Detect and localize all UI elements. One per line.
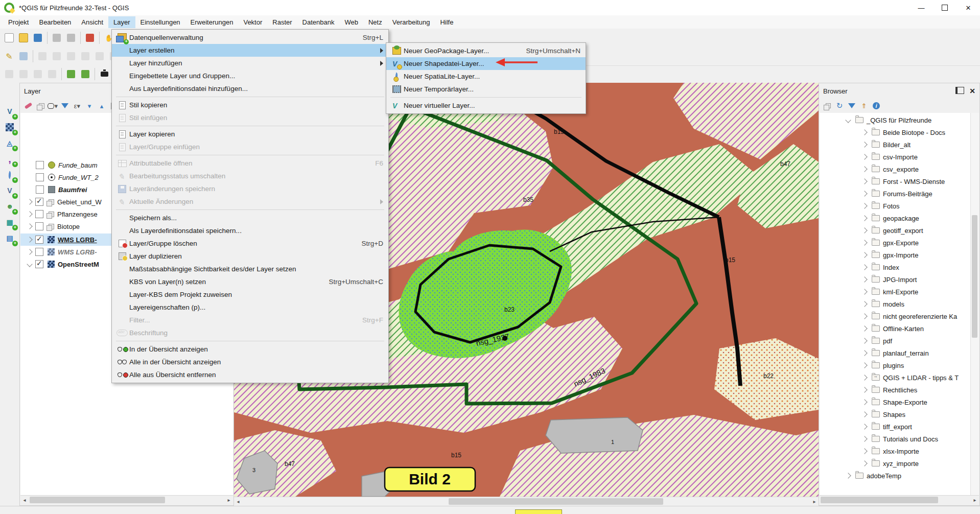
browser-row[interactable]: Beide Biotope - Docs — [820, 126, 963, 138]
menu-layer[interactable]: Layer — [108, 16, 135, 28]
add-group-icon[interactable] — [35, 101, 45, 111]
menuitem-aus-layerdefinitionsdatei[interactable]: Aus Layerdefinitionsdatei hinzufügen... — [112, 82, 388, 95]
browser-row[interactable]: kml-Exporte — [820, 286, 963, 298]
layers-panel-hscrollbar[interactable]: ◂ ▸ — [20, 495, 233, 505]
add-virtual-layer-icon[interactable]: V — [3, 184, 16, 197]
collapse-all-icon[interactable]: ⇑ — [859, 101, 869, 111]
browser-row[interactable]: Bilder_alt — [820, 138, 963, 151]
menuitem-stil-kopieren[interactable]: Stil kopieren — [112, 99, 388, 111]
close-panel-icon[interactable]: ✕ — [969, 87, 975, 95]
browser-row[interactable]: geotiff_export — [820, 224, 963, 237]
add-spatialite-layer-icon[interactable] — [3, 168, 16, 181]
menu-bearbeiten[interactable]: Bearbeiten — [34, 16, 76, 28]
menuitem-layer-kopieren[interactable]: Layer kopieren — [112, 128, 388, 141]
menuitem-alle-in-uebersicht-anzeigen[interactable]: Alle in der Übersicht anzeigen — [112, 356, 388, 368]
scroll-right-arrow[interactable]: ▸ — [226, 497, 232, 503]
layer-styling-icon[interactable] — [23, 101, 33, 111]
expander-icon[interactable] — [27, 223, 32, 229]
menuitem-layereigenschaften[interactable]: Layereigenschaften (p)... — [112, 301, 388, 314]
expander-icon[interactable] — [861, 424, 867, 429]
map-hscrollbar[interactable]: ◂ ▸ — [234, 497, 819, 506]
digitize-polygon-icon[interactable] — [64, 50, 78, 63]
menu-verarbeitung[interactable]: Verarbeitung — [387, 16, 435, 28]
expander-icon[interactable] — [861, 411, 867, 417]
layer-checkbox[interactable] — [35, 236, 43, 244]
browser-row[interactable]: Forums-Beiträge — [820, 188, 963, 200]
browser-row[interactable]: planlauf_terrain — [820, 347, 963, 359]
vertex-edit-icon-2[interactable] — [17, 67, 30, 81]
layer-checkbox[interactable] — [35, 210, 43, 218]
expander-icon[interactable] — [861, 387, 867, 392]
filter-expression-icon[interactable]: ε▾ — [72, 101, 82, 111]
expander-icon[interactable] — [861, 399, 867, 405]
expander-icon[interactable] — [861, 129, 867, 135]
minimize-button[interactable]: — — [909, 0, 933, 15]
import-photos-icon[interactable] — [98, 67, 111, 81]
expander-icon[interactable] — [861, 362, 867, 368]
expander-icon[interactable] — [861, 215, 867, 221]
close-button[interactable]: ✕ — [956, 0, 980, 15]
add-wfs-layer-icon[interactable]: ▤ — [3, 231, 16, 245]
manage-themes-icon[interactable]: ▾ — [48, 101, 58, 111]
vertex-edit-icon-4[interactable] — [45, 67, 59, 81]
filter-legend-icon[interactable] — [60, 101, 70, 111]
menu-web[interactable]: Web — [339, 16, 363, 28]
browser-vscrollbar[interactable] — [970, 113, 979, 495]
browser-row[interactable]: Offline-Karten — [820, 322, 963, 335]
browser-row[interactable]: QGIS + LIDAR - tipps & T — [820, 371, 963, 384]
menuitem-alle-aus-uebersicht-entfernen[interactable]: Alle aus Übersicht entfernen — [112, 368, 388, 381]
expander-icon[interactable] — [861, 325, 867, 331]
properties-info-icon[interactable] — [871, 101, 881, 111]
expander-icon[interactable] — [861, 252, 867, 258]
browser-row[interactable]: Tutorials und Docs — [820, 433, 963, 445]
browser-row[interactable]: Index — [820, 261, 963, 273]
menuitem-eingebettete-layer[interactable]: Eingebettete Layer und Gruppen... — [112, 69, 388, 82]
expander-icon[interactable] — [861, 338, 867, 343]
browser-row[interactable]: models — [820, 298, 963, 310]
style-manager-icon[interactable] — [83, 31, 97, 44]
menuitem-layer-duplizieren[interactable]: Layer duplizieren — [112, 250, 388, 263]
menu-datenbank[interactable]: Datenbank — [297, 16, 340, 28]
layout-manager-icon[interactable] — [64, 31, 78, 44]
layer-checkbox[interactable] — [35, 198, 43, 206]
menuitem-layer-hinzufuegen[interactable]: Layer hinzufügen — [112, 57, 388, 69]
expander-icon[interactable] — [861, 264, 867, 270]
delete-selected-icon[interactable] — [93, 50, 106, 63]
digitize-line-icon[interactable] — [50, 50, 63, 63]
browser-row[interactable]: xyz_importe — [820, 457, 963, 470]
expander-icon[interactable] — [861, 301, 867, 307]
browser-row[interactable]: Forst - WMS-Dienste — [820, 175, 963, 188]
menuitem-datenquellenverwaltung[interactable]: DatenquellenverwaltungStrg+L — [112, 31, 388, 44]
browser-row-root[interactable]: _QGIS für Pilzfreunde — [820, 114, 963, 126]
browser-row[interactable]: JPG-Import — [820, 273, 963, 286]
browser-row[interactable]: Rechtliches — [820, 384, 963, 396]
refresh-icon[interactable]: ↻ — [834, 101, 845, 111]
menu-einstellungen[interactable]: Einstellungen — [135, 16, 185, 28]
add-xyz-layer-icon[interactable]: ▦ — [3, 216, 16, 229]
expander-icon[interactable] — [861, 178, 867, 184]
open-project-icon[interactable] — [17, 31, 30, 44]
scroll-left-arrow[interactable]: ◂ — [21, 497, 28, 503]
menu-hilfe[interactable]: Hilfe — [435, 16, 458, 28]
layer-checkbox[interactable] — [36, 173, 44, 181]
expand-all-icon[interactable]: ▾ — [84, 101, 95, 111]
scroll-right-arrow[interactable]: ▸ — [972, 497, 978, 503]
add-delimited-text-layer-icon[interactable]: , — [3, 152, 16, 166]
maximize-button[interactable] — [933, 0, 956, 15]
menu-netz[interactable]: Netz — [363, 16, 387, 28]
layer-checkbox[interactable] — [35, 248, 43, 256]
menu-ansicht[interactable]: Ansicht — [76, 16, 108, 28]
menuitem-massstabsabhaengige-sichtbarkeit[interactable]: Maßstabsabhängige Sichtbarkeit des/der L… — [112, 263, 388, 275]
map-theme-icon-1[interactable] — [64, 67, 78, 81]
expander-icon[interactable] — [861, 227, 867, 233]
float-panel-icon[interactable] — [955, 87, 964, 94]
browser-row[interactable]: xlsx-Importe — [820, 445, 963, 457]
expander-icon[interactable] — [861, 203, 867, 208]
expander-icon[interactable] — [27, 211, 32, 217]
browser-row[interactable]: plugins — [820, 359, 963, 371]
browser-hscrollbar[interactable]: ▸ — [820, 495, 979, 505]
add-mesh-layer-icon[interactable]: ◬ — [3, 136, 16, 150]
new-project-icon[interactable] — [3, 31, 16, 44]
expander-icon[interactable] — [861, 240, 867, 245]
expander-icon[interactable] — [861, 448, 867, 454]
